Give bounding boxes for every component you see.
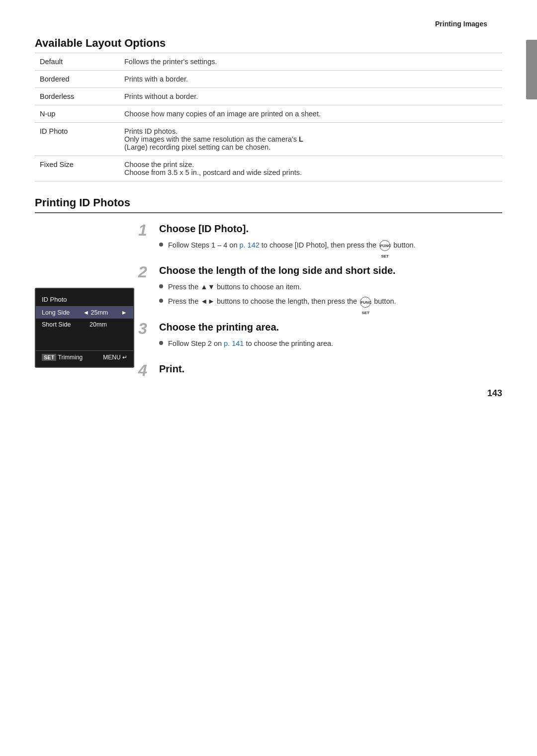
steps-container: ID Photo Long Side ◄ 25mm ► Short Side 2…	[35, 223, 502, 389]
step-1-bullet-1: Follow Steps 1 – 4 on p. 142 to choose […	[159, 240, 502, 251]
left-column: ID Photo Long Side ◄ 25mm ► Short Side 2…	[35, 223, 149, 389]
step-2-body: Press the ▲▼ buttons to choose an item. …	[159, 281, 502, 307]
step-3-number: 3	[138, 320, 147, 338]
step-2: 2 Choose the length of the long side and…	[159, 265, 502, 307]
scroll-tab	[526, 40, 537, 99]
short-side-label: Short Side	[42, 321, 71, 328]
bullet-dot	[159, 284, 163, 288]
section1-title: Available Layout Options	[35, 37, 502, 50]
step-1: 1 Choose [ID Photo]. Follow Steps 1 – 4 …	[159, 223, 502, 251]
long-side-arrow: ►	[121, 309, 127, 316]
short-side-value: 20mm	[90, 321, 107, 328]
step-2-bullet-2: Press the ◄► buttons to choose the lengt…	[159, 296, 502, 307]
long-side-value: ◄ 25mm	[83, 309, 108, 316]
page-number: 143	[487, 388, 502, 399]
step-1-body: Follow Steps 1 – 4 on p. 142 to choose […	[159, 240, 502, 251]
step-2-number: 2	[138, 263, 147, 281]
step-2-bullet-1-text: Press the ▲▼ buttons to choose an item.	[168, 281, 301, 293]
layout-table: DefaultFollows the printer's settings.Bo…	[35, 53, 502, 181]
set-label: SET	[42, 354, 56, 361]
table-cell-label: Default	[35, 53, 119, 71]
step-4: 4 Print.	[159, 363, 502, 375]
step-2-bullet-2-text: Press the ◄► buttons to choose the lengt…	[168, 296, 396, 307]
table-row: BorderedPrints with a border.	[35, 71, 502, 88]
table-row: ID PhotoPrints ID photos.Only images wit…	[35, 123, 502, 156]
table-row: BorderlessPrints without a border.	[35, 88, 502, 105]
section-id-photos: Printing ID Photos ID Photo Long Side ◄ …	[35, 196, 502, 389]
table-cell-label: N-up	[35, 105, 119, 123]
step-3-bullet-1: Follow Step 2 on p. 141 to choose the pr…	[159, 338, 502, 349]
table-cell-desc: Prints with a border.	[119, 71, 502, 88]
table-cell-desc: Prints ID photos.Only images with the sa…	[119, 123, 502, 156]
bullet-dot	[159, 299, 163, 303]
func-btn-1: FUNCSET	[379, 240, 390, 251]
table-row: DefaultFollows the printer's settings.	[35, 53, 502, 71]
footer-set: SET Trimming	[42, 354, 83, 361]
step-4-number: 4	[138, 361, 147, 380]
bullet-dot	[159, 243, 163, 247]
table-cell-label: ID Photo	[35, 123, 119, 156]
screen-title: ID Photo	[36, 294, 133, 307]
section-layout-options: Available Layout Options DefaultFollows …	[35, 37, 502, 181]
step-2-heading: Choose the length of the long side and s…	[159, 265, 502, 276]
section2-title: Printing ID Photos	[35, 196, 502, 213]
screen-row-longside: Long Side ◄ 25mm ►	[36, 307, 133, 319]
table-cell-label: Borderless	[35, 88, 119, 105]
table-cell-desc: Choose how many copies of an image are p…	[119, 105, 502, 123]
camera-screen: ID Photo Long Side ◄ 25mm ► Short Side 2…	[35, 288, 134, 368]
func-btn-2: FUNCSET	[360, 297, 371, 308]
table-cell-desc: Choose the print size.Choose from 3.5 x …	[119, 156, 502, 181]
screen-row-shortside: Short Side 20mm	[36, 319, 133, 331]
step-3-bullet-1-text: Follow Step 2 on p. 141 to choose the pr…	[168, 338, 333, 349]
short-side-spacer	[126, 321, 127, 328]
step-2-bullet-1: Press the ▲▼ buttons to choose an item.	[159, 281, 502, 293]
right-column: 1 Choose [ID Photo]. Follow Steps 1 – 4 …	[149, 223, 502, 389]
table-row: N-upChoose how many copies of an image a…	[35, 105, 502, 123]
table-cell-desc: Follows the printer's settings.	[119, 53, 502, 71]
step-1-heading: Choose [ID Photo].	[159, 223, 502, 235]
table-row: Fixed SizeChoose the print size.Choose f…	[35, 156, 502, 181]
step-1-number: 1	[138, 221, 147, 240]
long-side-label: Long Side	[42, 309, 70, 316]
step-4-heading: Print.	[159, 363, 502, 375]
link-p141[interactable]: p. 141	[224, 339, 244, 347]
link-p142[interactable]: p. 142	[239, 241, 259, 249]
screen-footer: SET Trimming MENU ↵	[36, 350, 133, 362]
header-title: Printing Images	[435, 20, 487, 28]
footer-menu: MENU ↵	[103, 354, 127, 361]
table-cell-label: Fixed Size	[35, 156, 119, 181]
step-3-body: Follow Step 2 on p. 141 to choose the pr…	[159, 338, 502, 349]
step-3: 3 Choose the printing area. Follow Step …	[159, 322, 502, 349]
table-cell-desc: Prints without a border.	[119, 88, 502, 105]
page-header: Printing Images	[35, 20, 502, 28]
table-cell-label: Bordered	[35, 71, 119, 88]
bullet-dot	[159, 341, 163, 345]
step-1-bullet-1-text: Follow Steps 1 – 4 on p. 142 to choose […	[168, 240, 416, 251]
step-3-heading: Choose the printing area.	[159, 322, 502, 333]
